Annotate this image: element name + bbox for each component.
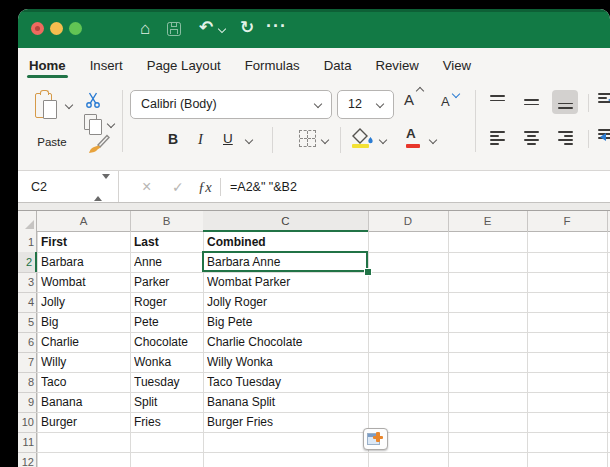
cell-b6[interactable]: Chocolate: [134, 332, 202, 352]
column-header-b[interactable]: B: [130, 211, 203, 232]
cell-b10[interactable]: Fries: [134, 412, 202, 432]
cell-c5[interactable]: Big Pete: [207, 312, 367, 332]
cell-a8[interactable]: Taco: [41, 372, 129, 392]
row-number-12[interactable]: 12: [18, 452, 37, 467]
copy-chevron-icon[interactable]: [107, 120, 115, 128]
cut-icon[interactable]: [84, 91, 102, 109]
row-number-9[interactable]: 9: [18, 392, 37, 412]
tab-review[interactable]: Review: [376, 48, 419, 84]
underline-chevron-icon[interactable]: [245, 136, 253, 144]
cell-b4[interactable]: Roger: [134, 292, 202, 312]
row-number-5[interactable]: 5: [18, 312, 37, 332]
quick-analysis-button[interactable]: [363, 428, 388, 450]
cell-b2[interactable]: Anne: [134, 252, 202, 272]
align-middle-button[interactable]: [518, 90, 544, 114]
borders-chevron-icon[interactable]: [321, 136, 329, 144]
formula-input[interactable]: =A2&" "&B2: [230, 171, 297, 203]
row-number-6[interactable]: 6: [18, 332, 37, 352]
font-color-chevron-icon[interactable]: [429, 136, 437, 144]
name-box-stepper[interactable]: [94, 179, 110, 197]
cell-a2[interactable]: Barbara: [41, 252, 129, 272]
font-name-select[interactable]: Calibri (Body): [130, 90, 332, 119]
font-size-select[interactable]: 12: [337, 90, 394, 119]
undo-chevron-icon[interactable]: [218, 25, 226, 33]
cell-c3[interactable]: Wombat Parker: [207, 272, 367, 292]
cell-c10[interactable]: Burger Fries: [207, 412, 367, 432]
align-bottom-button[interactable]: [552, 90, 578, 114]
tab-formulas[interactable]: Formulas: [245, 48, 300, 84]
undo-icon[interactable]: ↶: [199, 19, 213, 36]
redo-icon[interactable]: ↻: [240, 19, 254, 36]
cell-a7[interactable]: Willy: [41, 352, 129, 372]
row-number-11[interactable]: 11: [18, 432, 37, 452]
align-center-button[interactable]: [518, 126, 544, 150]
shrink-font-button[interactable]: A: [441, 94, 450, 109]
column-header-d[interactable]: D: [368, 211, 448, 232]
cell-b3[interactable]: Parker: [134, 272, 202, 292]
font-color-button[interactable]: A: [406, 126, 416, 141]
fill-color-chevron-icon[interactable]: [379, 136, 387, 144]
align-right-button[interactable]: [552, 126, 578, 150]
cancel-icon[interactable]: ×: [142, 171, 151, 203]
wrap-text-icon[interactable]: [598, 93, 610, 109]
home-icon[interactable]: ⌂: [140, 20, 150, 37]
cell-c6[interactable]: Charlie Chocolate: [207, 332, 367, 352]
enter-icon[interactable]: ✓: [172, 171, 184, 203]
tab-page-layout[interactable]: Page Layout: [147, 48, 221, 84]
align-top-button[interactable]: [484, 90, 510, 114]
align-left-button[interactable]: [484, 126, 510, 150]
column-header-f[interactable]: F: [527, 211, 607, 232]
row-number-4[interactable]: 4: [18, 292, 37, 312]
row-number-1[interactable]: 1: [18, 232, 37, 252]
cell-a6[interactable]: Charlie: [41, 332, 129, 352]
copy-icon[interactable]: [84, 114, 97, 130]
close-button[interactable]: [31, 22, 44, 35]
fill-handle[interactable]: [364, 268, 372, 276]
borders-icon[interactable]: [299, 130, 316, 147]
cell-b9[interactable]: Split: [134, 392, 202, 412]
tab-data[interactable]: Data: [324, 48, 352, 84]
row-number-10[interactable]: 10: [18, 412, 37, 432]
tab-view[interactable]: View: [443, 48, 471, 84]
save-icon[interactable]: [167, 22, 181, 36]
bold-button[interactable]: B: [168, 126, 178, 152]
column-header-e[interactable]: E: [448, 211, 527, 232]
italic-button[interactable]: I: [198, 126, 203, 152]
cell-b5[interactable]: Pete: [134, 312, 202, 332]
grow-font-button[interactable]: A: [404, 91, 414, 108]
cell-c1[interactable]: Combined: [207, 232, 367, 252]
cell-a4[interactable]: Jolly: [41, 292, 129, 312]
cell-c8[interactable]: Taco Tuesday: [207, 372, 367, 392]
select-all-corner[interactable]: [18, 211, 37, 232]
paint-bucket-icon[interactable]: [352, 128, 374, 148]
cell-b7[interactable]: Wonka: [134, 352, 202, 372]
insert-function-icon[interactable]: ƒx: [198, 171, 212, 203]
cell-c7[interactable]: Willy Wonka: [207, 352, 367, 372]
minimize-button[interactable]: [50, 22, 63, 35]
column-header-a[interactable]: A: [37, 211, 130, 232]
underline-button[interactable]: U: [223, 126, 233, 152]
tab-insert[interactable]: Insert: [90, 48, 123, 84]
indent-icon[interactable]: [598, 129, 610, 145]
column-header-c[interactable]: C: [203, 211, 368, 232]
row-number-7[interactable]: 7: [18, 352, 37, 372]
name-box[interactable]: C2: [18, 171, 119, 203]
paste-button[interactable]: Paste: [26, 88, 84, 154]
more-icon[interactable]: ···: [266, 17, 287, 35]
row-number-8[interactable]: 8: [18, 372, 37, 392]
cell-c4[interactable]: Jolly Roger: [207, 292, 367, 312]
cell-c9[interactable]: Banana Split: [207, 392, 367, 412]
cell-a5[interactable]: Big: [41, 312, 129, 332]
cell-b8[interactable]: Tuesday: [134, 372, 202, 392]
cell-a1[interactable]: First: [41, 232, 129, 252]
row-number-3[interactable]: 3: [18, 272, 37, 292]
zoom-button[interactable]: [69, 22, 82, 35]
cell-a3[interactable]: Wombat: [41, 272, 129, 292]
cell-a10[interactable]: Burger: [41, 412, 129, 432]
row-number-2[interactable]: 2: [18, 252, 37, 272]
format-painter-icon[interactable]: [88, 134, 110, 154]
paste-chevron-icon[interactable]: [65, 101, 73, 109]
tab-home[interactable]: Home: [29, 48, 66, 84]
cell-b1[interactable]: Last: [134, 232, 202, 252]
cell-a9[interactable]: Banana: [41, 392, 129, 412]
